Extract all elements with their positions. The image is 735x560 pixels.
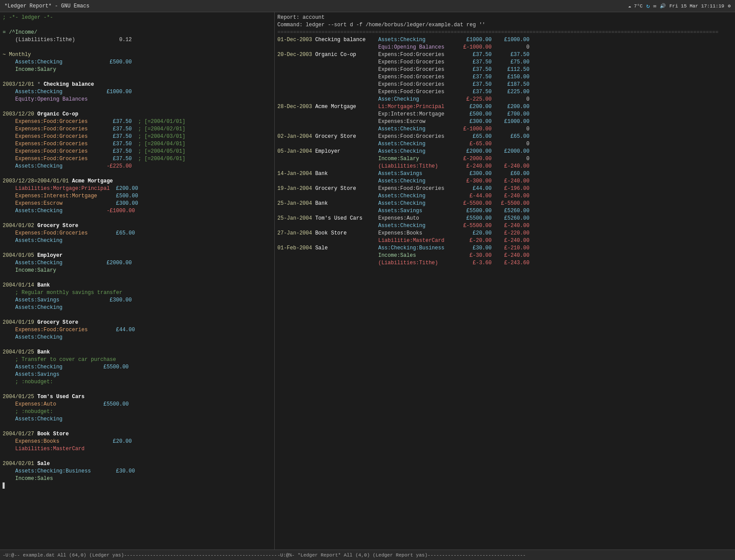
left-line-12: [3, 103, 272, 111]
left-line-32: 2004/01/05 Employer: [3, 252, 272, 259]
report-row-5: Expens:Food:Groceries £37.50 £150.00: [277, 74, 732, 81]
report-row-3: Expens:Food:Groceries £37.50 £75.00: [277, 59, 732, 66]
report-row-19: Assets:Checking £-300.00 £-240.00: [277, 178, 732, 185]
report-row-13: 02-Jan-2004 Grocery Store Expens:Food:Gr…: [277, 133, 732, 140]
left-line-55: [3, 423, 272, 430]
left-line-63: ▋: [3, 483, 272, 490]
right-line: ========================================…: [277, 29, 732, 36]
report-row-1: Equi:Opening Balances £-1000.00 0: [277, 44, 732, 51]
left-line-7: Income:Salary: [3, 66, 272, 74]
left-line-3: (Liabilities:Tithe) 0.12: [3, 36, 272, 44]
mail-icon[interactable]: ✉: [653, 3, 656, 9]
report-row-7: Expens:Food:Groceries £37.50 £225.00: [277, 88, 732, 96]
left-line-61: Assets:Checking:Business £30.00: [3, 468, 272, 475]
left-line-33: Assets:Checking £2000.00: [3, 259, 272, 267]
datetime: Fri 15 Mar 17:11:19: [669, 4, 724, 9]
left-line-46: ; Transfer to cover car purchase: [3, 356, 272, 364]
right-line: Command: ledger --sort d -f /home/borbus…: [277, 21, 732, 29]
left-line-16: Expenses:Food:Groceries £37.50 ; [=2004/…: [3, 133, 272, 140]
left-line-18: Expenses:Food:Groceries £37.50 ; [=2004/…: [3, 148, 272, 155]
left-line-38: Assets:Savings £300.00: [3, 297, 272, 304]
left-line-49: ; :nobudget:: [3, 378, 272, 386]
report-row-15: 05-Jan-2004 Employer Assets:Checking £20…: [277, 148, 732, 155]
left-line-15: Expenses:Food:Groceries £37.50 ; [=2004/…: [3, 126, 272, 133]
left-line-26: Assets:Checking -£1000.00: [3, 207, 272, 215]
left-line-36: 2004/01/14 Bank: [3, 282, 272, 289]
left-line-37: ; Regular monthly savings transfer: [3, 289, 272, 297]
left-line-43: Assets:Checking: [3, 334, 272, 341]
report-row-30: (Liabilities:Tithe) £-3.60 £-243.60: [277, 259, 732, 267]
left-line-60: 2004/02/01 Sale: [3, 460, 272, 468]
left-line-52: Expenses:Auto £5500.00: [3, 401, 272, 408]
report-row-29: Income:Sales £-30.00 £-240.00: [277, 252, 732, 259]
left-line-27: [3, 215, 272, 222]
left-line-58: Liabilities:MasterCard: [3, 445, 272, 453]
report-row-14: Assets:Checking £-65.00 0: [277, 140, 732, 148]
left-line-13: 2003/12/20 Organic Co-op: [3, 111, 272, 118]
left-line-56: 2004/01/27 Book Store: [3, 430, 272, 438]
left-line-48: Assets:Savings: [3, 371, 272, 378]
report-row-6: Expens:Food:Groceries £37.50 £187.50: [277, 81, 732, 88]
report-row-24: 25-Jan-2004 Tom's Used Cars Expenses:Aut…: [277, 215, 732, 222]
left-line-6: Assets:Checking £500.00: [3, 59, 272, 66]
left-pane[interactable]: ; -*- ledger -*- = /^Income/ (Liabilitie…: [0, 12, 275, 550]
left-line-30: Assets:Checking: [3, 237, 272, 245]
left-line-10: Assets:Checking £1000.00: [3, 88, 272, 96]
left-line-9: 2003/12/01 * Checking balance: [3, 81, 272, 88]
left-line-5: ~ Monthly: [3, 51, 272, 59]
refresh-icon[interactable]: ↻: [646, 2, 650, 10]
report-row-25: Assets:Checking £-5500.00 £-240.00: [277, 222, 732, 230]
left-line-51: 2004/01/25 Tom's Used Cars: [3, 393, 272, 401]
report-row-17: (Liabilities:Tithe) £-240.00 £-240.00: [277, 163, 732, 170]
report-row-16: Income:Salary £-2000.00 0: [277, 155, 732, 163]
report-row-27: Liabilitie:MasterCard £-20.00 £-240.00: [277, 237, 732, 245]
left-line-14: Expenses:Food:Groceries £37.50 ; [=2004/…: [3, 118, 272, 126]
left-line-57: Expenses:Books £20.00: [3, 438, 272, 445]
left-line-44: [3, 341, 272, 349]
left-line-22: 2003/12/28=2004/01/01 Acme Mortgage: [3, 178, 272, 185]
report-row-11: Expenses:Escrow £300.00 £1000.00: [277, 118, 732, 126]
left-line-31: [3, 245, 272, 252]
report-row-20: 19-Jan-2004 Grocery Store Expens:Food:Gr…: [277, 185, 732, 192]
left-line-59: [3, 453, 272, 460]
left-line-11: Equity:Opening Balances: [3, 96, 272, 103]
left-line-50: [3, 386, 272, 393]
left-line-0: ; -*- ledger -*-: [3, 14, 272, 21]
left-line-21: [3, 170, 272, 178]
left-line-62: Income:Sales: [3, 475, 272, 483]
report-row-2: 20-Dec-2003 Organic Co-op Expens:Food:Gr…: [277, 51, 732, 59]
left-line-20: Assets:Checking -£225.00: [3, 163, 272, 170]
report-row-12: Assets:Checking £-1000.00 0: [277, 126, 732, 133]
report-row-26: 27-Jan-2004 Book Store Expenses:Books £2…: [277, 230, 732, 237]
left-line-41: 2004/01/19 Grocery Store: [3, 319, 272, 326]
left-line-19: Expenses:Food:Groceries £37.50 ; [=2004/…: [3, 155, 272, 163]
right-line: Report: account: [277, 14, 732, 21]
left-line-4: [3, 44, 272, 51]
report-row-18: 14-Jan-2004 Bank Assets:Savings £300.00 …: [277, 170, 732, 178]
report-row-21: Assets:Checking £-44.00 £-240.00: [277, 192, 732, 200]
report-row-4: Expens:Food:Groceries £37.50 £112.50: [277, 66, 732, 74]
right-pane[interactable]: Report: accountCommand: ledger --sort d …: [275, 12, 735, 550]
left-line-24: Expenses:Interest:Mortgage £500.00: [3, 192, 272, 200]
left-line-1: [3, 21, 272, 29]
left-line-45: 2004/01/25 Bank: [3, 349, 272, 356]
left-line-17: Expenses:Food:Groceries £37.50 ; [=2004/…: [3, 140, 272, 148]
title-bar: *Ledger Report* - GNU Emacs ☁ 7°C ↻ ✉ 🔊 …: [0, 0, 735, 12]
report-row-23: Assets:Savings £5500.00 £5260.00: [277, 207, 732, 215]
report-row-10: Exp:Interest:Mortgage £500.00 £700.00: [277, 111, 732, 118]
left-line-29: Expenses:Food:Groceries £65.00: [3, 230, 272, 237]
left-line-35: [3, 274, 272, 282]
left-line-40: [3, 312, 272, 319]
left-line-28: 2004/01/02 Grocery Store: [3, 222, 272, 230]
weather-icon: ☁ 7°C: [628, 3, 643, 9]
report-row-8: Asse:Checking £-225.00 0: [277, 96, 732, 103]
left-line-47: Assets:Checking £5500.00: [3, 364, 272, 371]
report-row-0: 01-Dec-2003 Checking balance Assets:Chec…: [277, 36, 732, 44]
status-left: -U:@-- example.dat All (64,0) (Ledger ya…: [3, 553, 277, 558]
settings-icon[interactable]: ⚙: [728, 3, 731, 9]
left-line-23: Liabilities:Mortgage:Principal £200.00: [3, 185, 272, 192]
title-text: *Ledger Report* - GNU Emacs: [4, 3, 89, 9]
left-line-2: = /^Income/: [3, 29, 272, 36]
left-line-39: Assets:Checking: [3, 304, 272, 312]
audio-icon: 🔊: [660, 3, 666, 9]
